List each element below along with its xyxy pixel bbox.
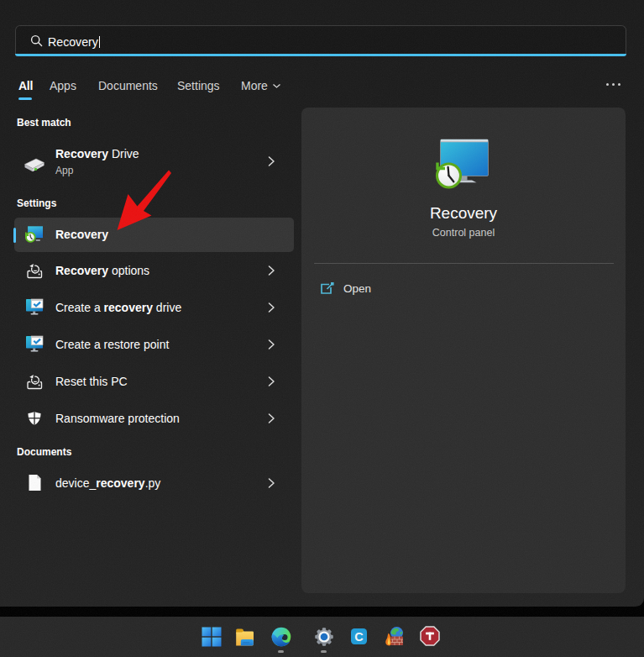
svg-text:C: C (354, 630, 364, 644)
